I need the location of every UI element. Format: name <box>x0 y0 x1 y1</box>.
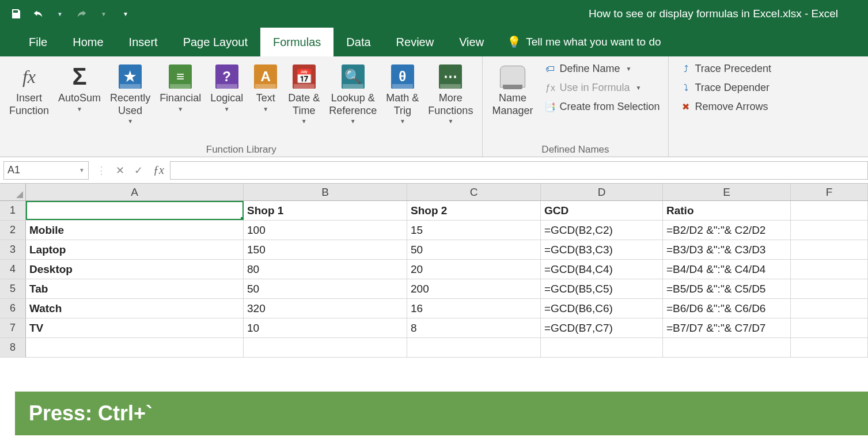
tab-review[interactable]: Review <box>384 28 447 56</box>
cell[interactable]: =B5/D5 &":"& C5/D5 <box>663 279 791 298</box>
math-trig-button[interactable]: θ Math & Trig ▼ <box>381 61 423 127</box>
cell[interactable]: Watch <box>26 299 244 318</box>
more-functions-button[interactable]: ⋯ More Functions ▼ <box>423 61 477 127</box>
undo-icon[interactable] <box>29 5 47 23</box>
cell[interactable]: 320 <box>244 299 407 318</box>
cell[interactable]: GCD <box>541 201 663 220</box>
undo-dropdown-icon[interactable]: ▼ <box>51 5 69 23</box>
use-in-formula-button[interactable]: ƒx Use in Formula ▼ <box>541 80 663 96</box>
row-header[interactable]: 5 <box>0 279 26 298</box>
cell[interactable] <box>407 338 541 357</box>
cell[interactable]: =GCD(B2,C2) <box>541 221 663 240</box>
cell[interactable]: 10 <box>244 318 407 337</box>
cell[interactable]: 100 <box>244 221 407 240</box>
create-from-selection-button[interactable]: 📑 Create from Selection <box>541 99 663 115</box>
autosum-button[interactable]: Σ AutoSum ▼ <box>54 61 105 115</box>
recently-used-button[interactable]: ★ Recently Used ▼ <box>105 61 155 127</box>
cell[interactable] <box>663 338 791 357</box>
cell[interactable]: =GCD(B5,C5) <box>541 279 663 298</box>
name-box[interactable]: ▼ <box>3 161 89 180</box>
cell[interactable]: Mobile <box>26 221 244 240</box>
tab-home[interactable]: Home <box>60 28 116 56</box>
cell[interactable]: =B2/D2 &":"& C2/D2 <box>663 221 791 240</box>
name-box-input[interactable] <box>7 164 79 176</box>
tab-page-layout[interactable]: Page Layout <box>170 28 260 56</box>
cell[interactable]: TV <box>26 318 244 337</box>
cell[interactable] <box>791 240 868 259</box>
cell[interactable] <box>791 221 868 240</box>
trace-dependents-button[interactable]: ⤵ Trace Depender <box>677 80 775 96</box>
cell[interactable]: 200 <box>407 279 541 298</box>
cell[interactable]: Ratio <box>663 201 791 220</box>
cell[interactable]: 16 <box>407 299 541 318</box>
col-header-A[interactable]: A <box>26 184 244 200</box>
cell[interactable]: 50 <box>407 240 541 259</box>
col-header-B[interactable]: B <box>244 184 407 200</box>
cell[interactable] <box>791 279 868 298</box>
row-header[interactable]: 4 <box>0 260 26 279</box>
cell[interactable] <box>791 338 868 357</box>
enter-formula-button[interactable]: ✓ <box>129 161 147 180</box>
cell[interactable]: Tab <box>26 279 244 298</box>
cell[interactable]: Shop 1 <box>244 201 407 220</box>
date-time-button[interactable]: 📅 Date & Time ▼ <box>283 61 324 127</box>
lookup-reference-button[interactable]: 🔍 Lookup & Reference ▼ <box>324 61 381 127</box>
cell[interactable] <box>791 260 868 279</box>
col-header-D[interactable]: D <box>541 184 663 200</box>
row-header[interactable]: 8 <box>0 338 26 357</box>
col-header-C[interactable]: C <box>407 184 541 200</box>
cell[interactable]: =B3/D3 &":"& C3/D3 <box>663 240 791 259</box>
cell[interactable] <box>541 338 663 357</box>
cell[interactable]: 15 <box>407 221 541 240</box>
cell[interactable] <box>244 338 407 357</box>
cell[interactable]: 20 <box>407 260 541 279</box>
row-header[interactable]: 7 <box>0 318 26 337</box>
cell[interactable]: =GCD(B6,C6) <box>541 299 663 318</box>
cell[interactable]: =GCD(B7,C7) <box>541 318 663 337</box>
save-icon[interactable] <box>7 5 25 23</box>
chevron-down-icon[interactable]: ▼ <box>79 167 85 173</box>
col-header-E[interactable]: E <box>663 184 791 200</box>
row-header[interactable]: 1 <box>0 201 26 220</box>
tell-me-search[interactable]: 💡 Tell me what you want to do <box>507 28 661 56</box>
cell[interactable]: =B7/D7 &":"& C7/D7 <box>663 318 791 337</box>
qat-customize-icon[interactable]: ▾ <box>116 5 135 23</box>
cell[interactable]: Desktop <box>26 260 244 279</box>
define-name-button[interactable]: 🏷 Define Name ▼ <box>541 61 663 77</box>
cell[interactable] <box>791 318 868 337</box>
tab-data[interactable]: Data <box>333 28 383 56</box>
row-header[interactable]: 6 <box>0 299 26 318</box>
cell[interactable] <box>26 338 244 357</box>
cell[interactable]: =B4/D4 &":"& C4/D4 <box>663 260 791 279</box>
cell[interactable] <box>791 299 868 318</box>
cell[interactable]: =GCD(B4,C4) <box>541 260 663 279</box>
cell[interactable]: =GCD(B3,C3) <box>541 240 663 259</box>
remove-arrows-button[interactable]: ✖ Remove Arrows <box>677 99 775 115</box>
cell[interactable] <box>26 201 244 220</box>
cell[interactable]: 80 <box>244 260 407 279</box>
cell[interactable] <box>791 201 868 220</box>
row-header[interactable]: 3 <box>0 240 26 259</box>
financial-button[interactable]: ≡ Financial ▼ <box>155 61 206 115</box>
name-manager-button[interactable]: Name Manager <box>487 61 537 119</box>
trace-precedents-button[interactable]: ⤴ Trace Precedent <box>677 61 775 77</box>
fx-icon[interactable]: ƒx <box>153 164 164 177</box>
tab-formulas[interactable]: Formulas <box>260 28 333 56</box>
redo-dropdown-icon[interactable]: ▼ <box>94 5 113 23</box>
cell[interactable]: Laptop <box>26 240 244 259</box>
insert-function-button[interactable]: fx Insert Function <box>5 61 54 119</box>
select-all-corner[interactable] <box>0 184 26 200</box>
tab-insert[interactable]: Insert <box>116 28 170 56</box>
redo-icon[interactable] <box>73 5 91 23</box>
tab-file[interactable]: File <box>16 28 60 56</box>
text-button[interactable]: A Text ▼ <box>248 61 283 115</box>
tab-view[interactable]: View <box>446 28 496 56</box>
row-header[interactable]: 2 <box>0 221 26 240</box>
cancel-formula-button[interactable]: ✕ <box>111 161 129 180</box>
col-header-F[interactable]: F <box>791 184 868 200</box>
cell[interactable]: 150 <box>244 240 407 259</box>
logical-button[interactable]: ? Logical ▼ <box>206 61 248 115</box>
cell[interactable]: 50 <box>244 279 407 298</box>
cell[interactable]: =B6/D6 &":"& C6/D6 <box>663 299 791 318</box>
formula-input[interactable] <box>170 161 868 180</box>
